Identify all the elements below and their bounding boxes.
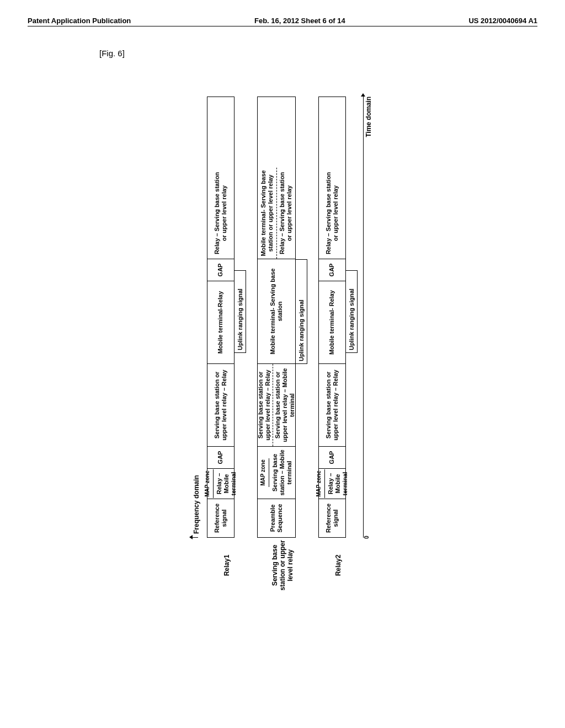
serving-dl-backhaul: Serving base station or upper level rela…	[258, 363, 295, 446]
relay1-ref: Reference signal	[207, 499, 234, 537]
header-left: Patent Application Publication	[28, 17, 131, 25]
page-header: Patent Application Publication Feb. 16, …	[28, 17, 537, 26]
serving-dl-to-mobile: Serving base station or upper level rela…	[273, 364, 297, 446]
relay1-map-zone: MAP zone	[202, 469, 214, 498]
serving-preamble: Preamble Sequence	[258, 499, 295, 537]
relay2-gap2: GAP	[319, 259, 345, 281]
relay2-ul-access: Mobile terminal- Relay	[319, 281, 345, 363]
relay2-dl-backhaul: Serving base station or upper level rela…	[319, 363, 345, 446]
row-relay2: Relay2 Reference signal MAP zone Relay –…	[318, 97, 358, 593]
relay1-ul-backhaul: Relay – Serving base station or upper le…	[207, 168, 234, 259]
y-axis-label: Frequency domain	[193, 475, 200, 534]
serving-uplink-ranging: Uplink ranging signal	[296, 259, 307, 364]
row-label-relay1: Relay1	[223, 538, 231, 593]
x-axis-label: Time domain	[365, 97, 372, 137]
frame-diagram: Frequency domain Relay1 Reference signal…	[193, 97, 372, 593]
serving-ul-from-mobile: Mobile terminal- Serving base station or…	[258, 168, 277, 259]
origin-label: 0	[364, 536, 372, 539]
relay2-ref: Reference signal	[319, 499, 345, 537]
x-axis-arrow-icon	[363, 97, 364, 538]
relay1-gap2: GAP	[207, 259, 234, 281]
row-relay1: Relay1 Reference signal MAP zone Relay –…	[207, 97, 246, 593]
y-axis-arrow-icon	[193, 537, 198, 538]
diagram-rotation-wrapper: Frequency domain Relay1 Reference signal…	[34, 97, 531, 593]
row-serving: Serving base station or upper level rela…	[257, 97, 307, 593]
row-label-relay2: Relay2	[334, 538, 342, 593]
figure-label: [Fig. 6]	[99, 49, 537, 58]
serving-ul-backhaul: Mobile terminal- Serving base station or…	[258, 168, 295, 259]
serving-ul-from-relay: Relay – Serving base station or upper le…	[277, 168, 296, 259]
serving-dl-access: Serving base station – Mobile terminal	[269, 447, 296, 499]
diagram-outer: Frequency domain Relay1 Reference signal…	[28, 69, 537, 593]
x-axis	[363, 97, 364, 538]
header-right: US 2012/0040694 A1	[468, 17, 537, 25]
serving-map-zone: MAP zone	[258, 458, 269, 487]
relay2-map-zone: MAP zone	[313, 469, 325, 498]
relay1-uplink-ranging: Uplink ranging signal	[234, 270, 246, 353]
relay1-ul-access: Mobile terminal-Relay	[207, 281, 234, 363]
relay2-uplink-ranging: Uplink ranging signal	[346, 270, 358, 353]
relay1-map: MAP zone Relay – Mobile terminal	[207, 468, 234, 499]
serving-map: MAP zone Serving base station – Mobile t…	[258, 446, 295, 499]
relay1-gap1: GAP	[207, 446, 234, 468]
relay1-dl-backhaul: Serving base station or upper level rela…	[207, 363, 234, 446]
relay2-gap1: GAP	[319, 446, 345, 468]
serving-ul-access: Mobile terminal- Serving base station	[258, 259, 295, 363]
serving-dl-to-relay: Serving base station or upper level rela…	[256, 364, 273, 446]
row-label-serving: Serving base station or upper level rela…	[271, 538, 294, 593]
relay2-ul-backhaul: Relay – Serving base station or upper le…	[319, 168, 345, 259]
header-center: Feb. 16, 2012 Sheet 6 of 14	[254, 17, 345, 25]
relay2-map: MAP zone Relay – Mobile terminal	[319, 468, 345, 499]
